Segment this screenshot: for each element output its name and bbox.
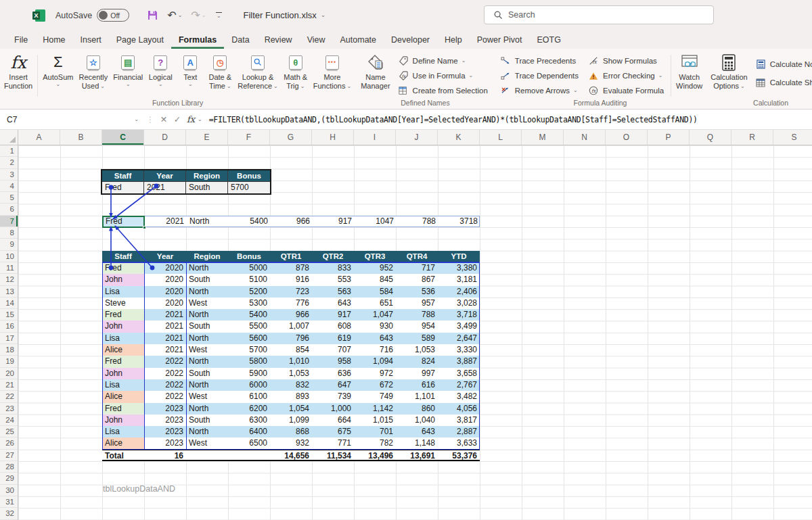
table-cell[interactable]: 952 [354,262,396,274]
column-header-C[interactable]: C [102,130,144,145]
row-header-27[interactable]: 27 [0,450,18,461]
table-cell[interactable]: 672 [354,379,396,391]
table-cell[interactable]: 3,028 [438,298,480,309]
table-cell[interactable]: 553 [312,274,354,285]
table-cell[interactable]: 958 [312,356,354,367]
table-cell[interactable]: 2021 [144,321,186,332]
table-cell[interactable]: 6200 [228,403,270,415]
table-cell[interactable]: 867 [396,274,438,285]
table-cell[interactable]: 833 [312,262,354,274]
table-cell[interactable]: 6100 [228,391,270,402]
formula-input[interactable]: =FILTER(tblLookupDataAND,(tblLookupDataA… [202,115,698,124]
customize-quick-access-button[interactable]: ⌄ [215,12,223,19]
calculate-sheet-button[interactable]: Calculate Sheet [753,76,812,89]
table-cell[interactable]: 782 [354,438,396,449]
table-header-cell[interactable]: QTR1 [270,251,312,262]
table-cell[interactable]: 788 [396,309,438,321]
table-cell[interactable]: 723 [270,286,312,298]
spill-cell[interactable]: 788 [397,216,438,227]
table-cell[interactable]: 2023 [144,426,186,438]
row-header-30[interactable]: 30 [0,485,18,496]
tab-insert[interactable]: Insert [73,30,109,49]
table-cell[interactable]: 1,053 [396,344,438,356]
table-cell[interactable]: 2023 [144,438,186,449]
table-cell[interactable]: 2020 [144,298,186,309]
table-cell[interactable]: 3,330 [438,344,480,356]
criteria-header-cell[interactable]: Year [144,170,186,182]
row-header-1[interactable]: 1 [0,145,18,157]
row-header-29[interactable]: 29 [0,473,18,484]
calculation-options-button[interactable]: Calculation Options⌄ [708,52,750,92]
use-in-formula-button[interactable]: fx Use in Formula ⌄ [396,69,490,82]
table-cell[interactable]: 739 [312,391,354,402]
table-cell[interactable]: 589 [396,333,438,344]
tab-data[interactable]: Data [224,30,256,49]
table-cell[interactable]: Fred [102,403,144,415]
column-header-O[interactable]: O [606,130,648,145]
table-cell[interactable]: 930 [354,321,396,332]
table-cell[interactable]: John [102,368,144,379]
table-cell[interactable]: 966 [270,309,312,321]
table-cell[interactable]: 1,015 [354,415,396,426]
table-cell[interactable]: North [186,356,228,367]
tab-home[interactable]: Home [35,30,72,49]
total-cell[interactable] [228,450,270,462]
tab-eotg[interactable]: EOTG [529,30,568,49]
table-cell[interactable]: John [102,415,144,426]
name-box[interactable]: C7 ⌄ [0,110,143,129]
evaluate-formula-button[interactable]: fx Evaluate Formula [586,84,666,97]
redo-button[interactable]: ↷ ⌄ [191,10,206,21]
table-cell[interactable]: 5500 [228,321,270,332]
table-cell[interactable]: 1,094 [354,356,396,367]
table-cell[interactable]: 6400 [228,426,270,438]
table-cell[interactable]: 893 [270,391,312,402]
spill-cell[interactable]: 917 [313,216,355,227]
table-cell[interactable]: 2021 [144,333,186,344]
table-cell[interactable]: 854 [270,344,312,356]
table-cell[interactable]: 5700 [228,344,270,356]
column-header-B[interactable]: B [60,130,102,145]
table-cell[interactable]: 5600 [228,333,270,344]
row-header-21[interactable]: 21 [0,379,18,391]
table-cell[interactable]: North [186,262,228,274]
table-cell[interactable]: Fred [102,262,144,274]
column-header-I[interactable]: I [354,130,396,145]
total-cell[interactable]: 53,376 [438,450,480,462]
table-cell[interactable]: 6000 [228,379,270,391]
table-cell[interactable]: Steve [102,298,144,309]
table-cell[interactable]: 5200 [228,286,270,298]
tab-page-layout[interactable]: Page Layout [109,30,171,49]
row-header-26[interactable]: 26 [0,438,18,449]
table-cell[interactable]: 2020 [144,274,186,285]
table-cell[interactable]: Fred [102,309,144,321]
row-header-15[interactable]: 15 [0,309,18,321]
column-header-K[interactable]: K [438,130,480,145]
row-header-18[interactable]: 18 [0,344,18,356]
table-cell[interactable]: 2,887 [438,426,480,438]
table-cell[interactable]: 916 [270,274,312,285]
row-header-23[interactable]: 23 [0,403,18,415]
trace-dependents-button[interactable]: Trace Dependents [498,69,581,82]
table-cell[interactable]: 616 [396,379,438,391]
date-time-button[interactable]: ◷ Date & Time⌄ [205,52,235,92]
table-cell[interactable]: 608 [312,321,354,332]
total-cell[interactable]: Total [102,450,144,462]
table-cell[interactable]: 643 [312,298,354,309]
row-header-14[interactable]: 14 [0,298,18,309]
tab-review[interactable]: Review [257,30,300,49]
tab-file[interactable]: File [7,30,35,49]
row-header-5[interactable]: 5 [0,192,18,204]
table-cell[interactable]: 2023 [144,415,186,426]
table-cell[interactable]: 776 [270,298,312,309]
column-header-M[interactable]: M [522,130,564,145]
row-header-7[interactable]: 7 [0,216,18,227]
row-header-19[interactable]: 19 [0,356,18,367]
table-cell[interactable]: 1,047 [354,309,396,321]
table-cell[interactable]: 997 [396,368,438,379]
table-header-cell[interactable]: QTR4 [396,251,438,262]
spill-cell[interactable]: 3718 [438,216,480,227]
table-cell[interactable]: Lisa [102,379,144,391]
table-cell[interactable]: 2021 [144,309,186,321]
table-cell[interactable]: 3,482 [438,391,480,402]
table-cell[interactable]: 860 [396,403,438,415]
